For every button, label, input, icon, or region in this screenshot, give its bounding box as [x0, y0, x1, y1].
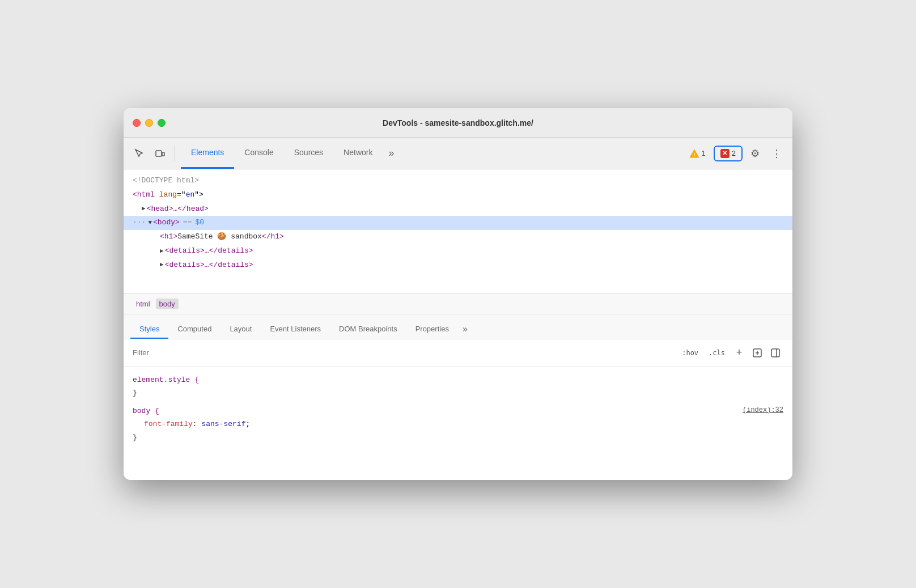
- filter-right: :hov .cls +: [678, 345, 783, 361]
- tab-elements[interactable]: Elements: [181, 138, 234, 169]
- devtools-window: DevTools - samesite-sandbox.glitch.me/ E…: [124, 108, 792, 480]
- window-title: DevTools - samesite-sandbox.glitch.me/: [383, 118, 533, 127]
- props-tabs: Styles Computed Layout Event Listeners D…: [124, 314, 792, 339]
- breadcrumb-bar: html body: [124, 294, 792, 314]
- tab-sources[interactable]: Sources: [284, 138, 333, 169]
- svg-rect-6: [771, 349, 779, 357]
- dom-line-head[interactable]: ▶ <head>…</head>: [124, 202, 792, 216]
- cls-button[interactable]: .cls: [705, 347, 729, 359]
- tab-network[interactable]: Network: [333, 138, 383, 169]
- css-rule-body-font-family[interactable]: font-family: sans-serif;: [133, 417, 783, 431]
- dom-line-body[interactable]: ··· ▼ <body> == $0: [124, 216, 792, 230]
- svg-rect-1: [162, 152, 164, 156]
- tab-computed[interactable]: Computed: [168, 314, 220, 339]
- filter-bar: :hov .cls +: [124, 339, 792, 367]
- warning-icon: !: [689, 148, 699, 159]
- css-rule-body-selector[interactable]: body { (index):32: [133, 404, 783, 417]
- css-panel: element.style { } body { (index):32 font…: [124, 367, 792, 480]
- toolbar-right: ! 1 ✕ 2 ⚙ ⋮: [685, 144, 786, 163]
- tab-console[interactable]: Console: [234, 138, 283, 169]
- css-rule-element-style[interactable]: element.style {: [133, 373, 783, 386]
- dom-line-h1[interactable]: <h1>SameSite 🍪 sandbox</h1>: [124, 230, 792, 244]
- dom-line-doctype[interactable]: <!DOCTYPE html>: [124, 174, 792, 188]
- tab-dom-breakpoints[interactable]: DOM Breakpoints: [330, 314, 406, 339]
- devtools-tab-list: Elements Console Sources Network »: [181, 138, 682, 169]
- dom-line-details-2[interactable]: ▶ <details>…</details>: [124, 258, 792, 272]
- device-toolbar-button[interactable]: [151, 144, 169, 163]
- settings-button[interactable]: ⚙: [746, 144, 764, 163]
- maximize-button[interactable]: [158, 119, 166, 127]
- warning-badge-button[interactable]: ! 1: [685, 146, 710, 161]
- css-block-element-style: element.style { }: [133, 373, 783, 400]
- breadcrumb-html[interactable]: html: [133, 299, 154, 309]
- tab-styles[interactable]: Styles: [130, 314, 168, 339]
- tab-layout[interactable]: Layout: [220, 314, 261, 339]
- filter-input[interactable]: [133, 348, 673, 357]
- close-button[interactable]: [133, 119, 141, 127]
- traffic-lights: [133, 119, 166, 127]
- error-icon: ✕: [720, 149, 730, 158]
- devtools-toolbar: Elements Console Sources Network » ! 1: [124, 138, 792, 169]
- title-bar: DevTools - samesite-sandbox.glitch.me/: [124, 108, 792, 138]
- tab-event-listeners[interactable]: Event Listeners: [261, 314, 330, 339]
- dom-line-details-1[interactable]: ▶ <details>…</details>: [124, 244, 792, 258]
- more-tabs-button[interactable]: »: [383, 138, 400, 169]
- hov-button[interactable]: :hov: [678, 347, 702, 359]
- props-more-button[interactable]: »: [458, 324, 472, 339]
- svg-rect-0: [156, 151, 162, 156]
- toggle-sidebar-button[interactable]: [767, 345, 783, 361]
- css-source-link[interactable]: (index):32: [743, 404, 783, 417]
- breadcrumb-body[interactable]: body: [156, 299, 179, 309]
- add-style-button[interactable]: +: [731, 345, 747, 361]
- svg-text:!: !: [693, 151, 695, 157]
- inspect-element-button[interactable]: [130, 144, 149, 163]
- more-menu-button[interactable]: ⋮: [767, 144, 786, 163]
- error-badge-button[interactable]: ✕ 2: [714, 146, 743, 161]
- toolbar-divider: [175, 146, 175, 161]
- new-style-rule-button[interactable]: [749, 345, 765, 361]
- minimize-button[interactable]: [145, 119, 153, 127]
- dom-panel: <!DOCTYPE html> <html lang="en"> ▶ <head…: [124, 169, 792, 294]
- dom-line-html[interactable]: <html lang="en">: [124, 188, 792, 202]
- css-block-body: body { (index):32 font-family: sans-seri…: [133, 404, 783, 444]
- tab-properties[interactable]: Properties: [406, 314, 458, 339]
